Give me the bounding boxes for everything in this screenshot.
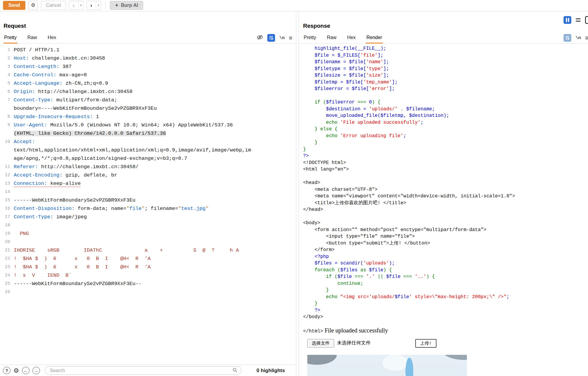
line-number: 11 bbox=[3, 163, 14, 171]
response-line: } bbox=[303, 287, 588, 294]
no-file-selected-text: 未选择任何文件 bbox=[337, 340, 371, 347]
layout-rows-icon[interactable] bbox=[574, 16, 582, 24]
request-code: 1POST / HTTP/1.12Host: challenge.imxbt.c… bbox=[3, 46, 296, 296]
editor-split: Request Pretty Raw Hex bbox=[0, 11, 588, 376]
response-line: <?php bbox=[303, 253, 588, 260]
response-line: <button type="submit">上传! </button> bbox=[303, 240, 588, 247]
request-line: text/html,application/xhtml+xml,applicat… bbox=[3, 146, 296, 154]
request-line: 17Content-Type: image/jpeg bbox=[3, 213, 296, 221]
line-number: 8 bbox=[3, 113, 14, 121]
response-line: } bbox=[303, 300, 588, 307]
request-editor[interactable]: 1POST / HTTP/1.12Host: challenge.imxbt.c… bbox=[3, 44, 296, 365]
response-line bbox=[303, 92, 588, 99]
request-line: 26 bbox=[3, 288, 296, 296]
line-number: 3 bbox=[3, 63, 14, 71]
upload-button[interactable]: 上传! bbox=[415, 339, 436, 348]
response-line: </html> File uploaded successfully bbox=[303, 327, 588, 335]
request-line: 24! s V IEND B` bbox=[3, 271, 296, 280]
word-wrap-icon[interactable] bbox=[564, 34, 571, 42]
show-newlines-icon[interactable]: \n bbox=[575, 35, 581, 41]
response-line: $filetmp = $file['tmp_name']; bbox=[303, 79, 588, 86]
search-icon bbox=[232, 367, 237, 374]
request-line: 1POST / HTTP/1.1 bbox=[3, 46, 296, 54]
burp-ai-label: Burp AI bbox=[121, 3, 138, 8]
show-newlines-icon[interactable]: \n bbox=[279, 35, 285, 41]
response-line: $destination = 'uploads/' . $filename; bbox=[303, 106, 588, 113]
response-render-view[interactable]: highlight_file(__FILE__); $file = $_FILE… bbox=[299, 44, 588, 376]
response-line: } else { bbox=[303, 126, 588, 133]
send-button[interactable]: Send bbox=[3, 1, 25, 10]
request-line: 8Upgrade-Insecure-Requests: 1 bbox=[3, 113, 296, 121]
response-tab-pretty[interactable]: Pretty bbox=[303, 35, 317, 44]
response-line: $filetype = $file['type']; bbox=[303, 66, 588, 72]
help-icon[interactable]: ? bbox=[3, 367, 10, 374]
response-line bbox=[303, 173, 588, 180]
cancel-button[interactable]: Cancel bbox=[41, 1, 66, 10]
back-dropdown-icon[interactable]: ▾ bbox=[78, 1, 83, 10]
hide-nonprintable-icon[interactable] bbox=[257, 34, 263, 42]
layout-combined-icon[interactable] bbox=[585, 16, 588, 24]
request-line: 9User-Agent: Mozilla/5.0 (Windows NT 10.… bbox=[3, 121, 296, 129]
forward-dropdown-icon[interactable]: ▾ bbox=[96, 1, 101, 10]
response-line: $fileerror = $file['error']; bbox=[303, 86, 588, 92]
search-input[interactable] bbox=[45, 366, 242, 375]
top-toolbar: Send ⚙ Cancel ‹ ▾ › ▾ ✦ Burp AI bbox=[0, 0, 588, 11]
line-number: 6 bbox=[3, 88, 14, 96]
send-settings-button[interactable]: ⚙ bbox=[28, 1, 38, 10]
response-line: <head> bbox=[303, 180, 588, 186]
request-title: Request bbox=[3, 23, 296, 29]
line-number: 24 bbox=[3, 271, 14, 280]
gear-icon: ⚙ bbox=[31, 2, 36, 8]
request-line: 13Connection: keep-alive bbox=[3, 180, 296, 188]
request-line: 25------WebKitFormBoundarySe2vPZGBR9XxF3… bbox=[3, 280, 296, 288]
request-editor-icons: \n ≡ bbox=[257, 34, 292, 43]
request-line: 11Referer: http://challenge.imxbt.cn:304… bbox=[3, 163, 296, 171]
request-line: 4Cache-Control: max-age=0 bbox=[3, 71, 296, 79]
response-line: <html lang="en"> bbox=[303, 166, 588, 173]
response-line: move_uploaded_file($filetmp, $destinatio… bbox=[303, 112, 588, 119]
line-number: 10 bbox=[3, 138, 14, 146]
request-line: 16Content-Disposition: form-data; name="… bbox=[3, 205, 296, 213]
request-line: 7Content-Type: multipart/form-data; bbox=[3, 96, 296, 104]
highlight-count: 0 highlights bbox=[257, 368, 285, 374]
line-number bbox=[3, 154, 14, 163]
response-line bbox=[303, 213, 588, 220]
request-tab-raw[interactable]: Raw bbox=[27, 35, 38, 44]
line-number: 9 bbox=[3, 121, 14, 129]
history-forward-button[interactable]: › ▾ bbox=[87, 1, 101, 10]
response-line: highlight_file(__FILE__); bbox=[303, 45, 588, 52]
request-tab-pretty[interactable]: Pretty bbox=[4, 35, 17, 44]
line-number: 16 bbox=[3, 205, 14, 213]
word-wrap-icon[interactable] bbox=[267, 34, 275, 42]
response-line: </head> bbox=[303, 206, 588, 213]
burp-ai-button[interactable]: ✦ Burp AI bbox=[110, 1, 143, 10]
request-line: 5Accept-Language: zh-CN,zh;q=0.9 bbox=[3, 79, 296, 88]
response-line: foreach ($files as $file) { bbox=[303, 267, 588, 274]
request-tab-hex[interactable]: Hex bbox=[47, 35, 57, 44]
request-line: 2Host: challenge.imxbt.cn:30458 bbox=[3, 54, 296, 63]
response-line: $file = $_FILES['file']; bbox=[303, 52, 588, 59]
line-number bbox=[3, 104, 14, 113]
response-line bbox=[303, 321, 588, 327]
response-tab-raw[interactable]: Raw bbox=[326, 35, 337, 44]
layout-columns-icon[interactable] bbox=[564, 16, 571, 24]
choose-file-button[interactable]: 选择文件 bbox=[307, 339, 334, 348]
history-back-button[interactable]: ‹ ▾ bbox=[69, 1, 84, 10]
rendered-page: 选择文件 未选择任何文件 上传! bbox=[303, 339, 588, 376]
response-menu-icon[interactable]: ≡ bbox=[585, 35, 588, 41]
next-match-icon[interactable]: → bbox=[33, 367, 40, 374]
search-settings-icon[interactable]: ⚙ bbox=[13, 367, 19, 374]
response-tab-hex[interactable]: Hex bbox=[347, 35, 356, 44]
line-number: 1 bbox=[3, 46, 14, 54]
response-line: <body> bbox=[303, 220, 588, 227]
prev-match-icon[interactable]: ← bbox=[22, 367, 30, 374]
response-tab-render[interactable]: Render bbox=[366, 35, 382, 44]
response-panel: Response Pretty Raw Hex Render \n ≡ high… bbox=[299, 11, 588, 376]
request-line: boundary=----WebKitFormBoundarySe2vPZGBR… bbox=[3, 104, 296, 113]
request-line: 3Content-Length: 387 bbox=[3, 63, 296, 71]
response-line: } bbox=[303, 139, 588, 146]
request-line: 19 PNG bbox=[3, 230, 296, 238]
line-number: 2 bbox=[3, 54, 14, 63]
request-tabbar: Pretty Raw Hex \n ≡ bbox=[3, 33, 296, 44]
request-menu-icon[interactable]: ≡ bbox=[289, 35, 292, 41]
